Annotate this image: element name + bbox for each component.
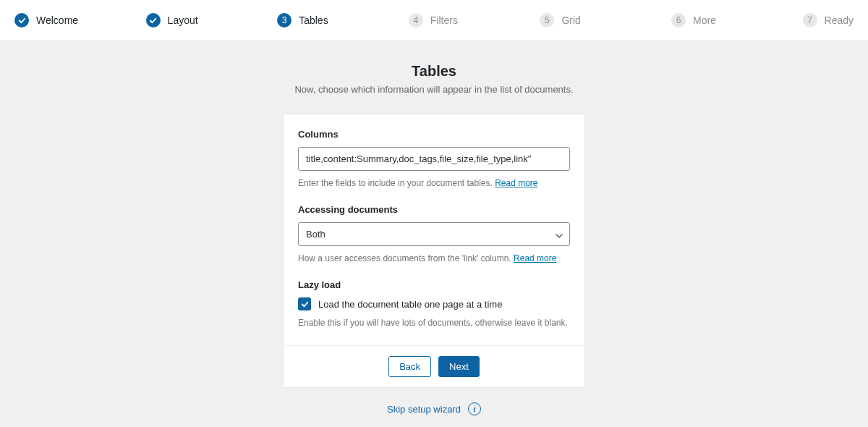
lazy-load-checkbox[interactable] [298,297,311,310]
step-number-icon: 6 [671,13,686,28]
check-icon [14,13,29,28]
card-footer: Back Next [284,345,584,387]
columns-help: Enter the fields to include in your docu… [298,178,570,188]
step-more[interactable]: 6 More [671,13,803,28]
step-label: Welcome [36,14,78,26]
step-layout[interactable]: Layout [146,13,278,28]
step-label: Layout [168,14,198,26]
step-number-icon: 3 [277,13,292,28]
setup-stepper: Welcome Layout 3 Tables 4 Filters 5 Grid… [0,0,868,41]
next-button[interactable]: Next [438,356,480,377]
page-title: Tables [0,63,868,80]
skip-setup-link[interactable]: Skip setup wizard [387,404,461,415]
step-label: Filters [430,14,458,26]
accessing-help-text: How a user accesses documents from the '… [298,253,514,263]
step-number-icon: 5 [540,13,554,28]
check-icon [301,300,309,308]
page-subtitle: Now, choose which information will appea… [0,84,868,95]
step-number-icon: 7 [803,13,817,28]
accessing-label: Accessing documents [298,204,570,215]
info-icon[interactable]: i [468,402,481,415]
accessing-read-more-link[interactable]: Read more [514,253,556,263]
step-tables[interactable]: 3 Tables [277,13,409,28]
columns-input[interactable] [298,147,570,171]
step-label: Tables [299,14,328,26]
step-filters[interactable]: 4 Filters [409,13,540,28]
lazy-help: Enable this if you will have lots of doc… [298,318,570,328]
skip-row: Skip setup wizard i [0,402,868,415]
step-welcome[interactable]: Welcome [14,13,146,28]
step-grid[interactable]: 5 Grid [540,13,671,28]
step-ready[interactable]: 7 Ready [803,13,854,28]
field-accessing: Accessing documents Both How a user acce… [298,204,570,263]
lazy-label: Lazy load [298,279,570,290]
step-number-icon: 4 [409,13,423,28]
columns-label: Columns [298,129,570,140]
step-label: More [693,14,716,26]
accessing-select[interactable]: Both [298,222,570,246]
step-label: Grid [561,14,580,26]
step-label: Ready [825,14,854,26]
settings-card: Columns Enter the fields to include in y… [283,114,585,388]
lazy-checkbox-label: Load the document table one page at a ti… [318,299,502,310]
back-button[interactable]: Back [388,356,431,377]
field-lazy-load: Lazy load Load the document table one pa… [298,279,570,328]
main-content: Tables Now, choose which information wil… [0,41,868,427]
accessing-help: How a user accesses documents from the '… [298,253,570,263]
columns-read-more-link[interactable]: Read more [495,178,537,188]
check-icon [146,13,161,28]
field-columns: Columns Enter the fields to include in y… [298,129,570,188]
columns-help-text: Enter the fields to include in your docu… [298,178,495,188]
